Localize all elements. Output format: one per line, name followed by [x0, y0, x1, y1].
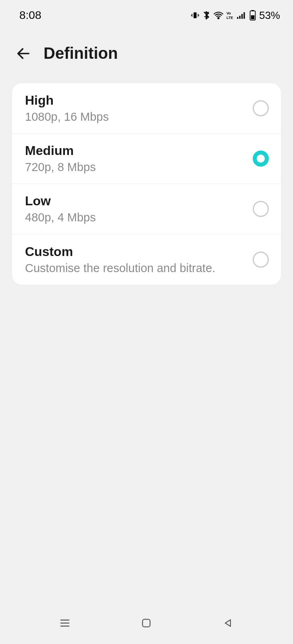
status-right: VoLTE 53%: [191, 9, 280, 22]
volte-icon: VoLTE: [226, 11, 234, 20]
vibrate-icon: [191, 11, 199, 20]
wifi-icon: [213, 11, 224, 20]
home-button[interactable]: [138, 615, 154, 631]
option-medium[interactable]: Medium 720p, 8 Mbps: [12, 134, 281, 184]
signal-icon: [237, 11, 247, 20]
option-label: High: [25, 93, 253, 108]
page-title: Definition: [44, 44, 118, 62]
option-desc: Customise the resolution and bitrate.: [25, 262, 253, 275]
svg-rect-0: [193, 12, 196, 19]
option-label: Low: [25, 194, 253, 208]
option-desc: 480p, 4 Mbps: [25, 211, 253, 224]
battery-percent: 53%: [259, 9, 280, 22]
option-high[interactable]: High 1080p, 16 Mbps: [12, 83, 281, 134]
home-icon: [141, 617, 152, 629]
option-low[interactable]: Low 480p, 4 Mbps: [12, 184, 281, 234]
option-desc: 1080p, 16 Mbps: [25, 110, 253, 124]
svg-rect-4: [237, 17, 238, 19]
back-button[interactable]: [15, 45, 32, 62]
option-text: Low 480p, 4 Mbps: [25, 194, 253, 224]
nav-bar: [0, 608, 293, 644]
svg-rect-6: [241, 14, 243, 19]
option-custom[interactable]: Custom Customise the resolution and bitr…: [12, 234, 281, 285]
radio-low[interactable]: [253, 201, 269, 217]
svg-rect-7: [243, 12, 245, 19]
radio-custom[interactable]: [253, 252, 269, 268]
option-text: Custom Customise the resolution and bitr…: [25, 244, 253, 275]
svg-rect-11: [143, 619, 150, 627]
back-arrow-icon: [15, 45, 31, 62]
header: Definition: [0, 25, 293, 76]
status-bar: 8:08 VoLTE 53%: [0, 0, 293, 25]
back-triangle-icon: [222, 617, 234, 629]
bluetooth-icon: [202, 11, 211, 20]
option-label: Custom: [25, 244, 253, 259]
battery-icon: [249, 10, 256, 21]
recents-button[interactable]: [57, 615, 73, 631]
radio-high[interactable]: [253, 100, 269, 116]
svg-rect-10: [251, 15, 255, 19]
status-time: 8:08: [19, 9, 42, 22]
back-nav-button[interactable]: [220, 615, 236, 631]
svg-text:LTE: LTE: [227, 16, 233, 20]
svg-point-1: [218, 17, 219, 19]
option-label: Medium: [25, 143, 253, 158]
radio-medium[interactable]: [253, 151, 269, 167]
svg-text:Vo: Vo: [227, 11, 231, 15]
option-desc: 720p, 8 Mbps: [25, 161, 253, 174]
status-icons: VoLTE: [191, 10, 256, 21]
option-text: High 1080p, 16 Mbps: [25, 93, 253, 124]
option-text: Medium 720p, 8 Mbps: [25, 143, 253, 174]
options-card: High 1080p, 16 Mbps Medium 720p, 8 Mbps …: [12, 83, 281, 285]
recents-icon: [59, 617, 71, 629]
svg-rect-5: [239, 16, 240, 19]
